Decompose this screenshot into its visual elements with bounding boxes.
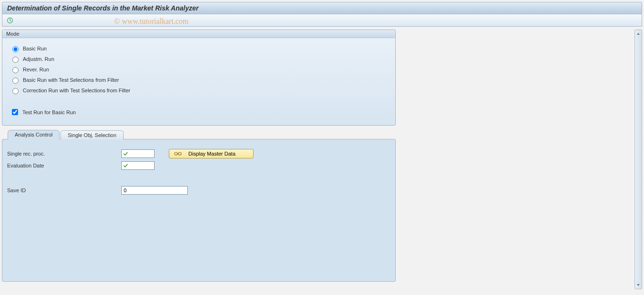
input-single-rec-proc[interactable] xyxy=(121,149,155,158)
radio-row-rever-run: Rever. Run xyxy=(10,66,388,73)
input-evaluation-date[interactable] xyxy=(121,161,155,170)
title-bar: Determination of Single Records in the M… xyxy=(2,2,642,14)
execute-icon[interactable] xyxy=(6,17,14,24)
vertical-scrollbar[interactable] xyxy=(634,30,642,289)
radio-rever-run[interactable] xyxy=(12,67,19,73)
label-save-id: Save ID xyxy=(7,187,121,193)
radio-basic-run[interactable] xyxy=(12,46,19,52)
radio-basic-filter[interactable] xyxy=(12,78,19,84)
mode-group-body: Basic Run Adjustm. Run Rever. Run Basic … xyxy=(2,38,395,125)
radio-label: Correction Run with Test Selections from… xyxy=(23,88,130,93)
radio-row-correction-filter: Correction Run with Test Selections from… xyxy=(10,87,388,94)
app-toolbar xyxy=(2,14,642,27)
checkmark-icon xyxy=(123,151,128,156)
svg-point-2 xyxy=(178,152,181,155)
radio-row-basic-run: Basic Run xyxy=(10,45,388,52)
tab-strip: Analysis Control Single Obj. Selection xyxy=(8,129,396,139)
radio-row-adjustm-run: Adjustm. Run xyxy=(10,55,388,63)
input-save-id[interactable] xyxy=(121,186,188,195)
tab-container: Analysis Control Single Obj. Selection S… xyxy=(2,129,396,282)
checkbox-label: Test Run for Basic Run xyxy=(22,109,76,115)
page-title: Determination of Single Records in the M… xyxy=(7,4,637,12)
radio-label: Adjustm. Run xyxy=(23,56,54,62)
tab-analysis-control[interactable]: Analysis Control xyxy=(8,130,59,139)
form-row-evaluation-date: Evaluation Date xyxy=(7,161,390,170)
scroll-up-icon[interactable] xyxy=(635,31,641,37)
radio-label: Basic Run with Test Selections from Filt… xyxy=(23,77,119,83)
content-area: Mode Basic Run Adjustm. Run Rever. Run B… xyxy=(2,30,642,290)
mode-group-title: Mode xyxy=(2,30,395,38)
display-master-data-button[interactable]: Display Master Data xyxy=(169,149,254,158)
radio-label: Rever. Run xyxy=(23,67,49,72)
scroll-down-icon[interactable] xyxy=(635,282,641,288)
mode-groupbox: Mode Basic Run Adjustm. Run Rever. Run B… xyxy=(2,30,396,126)
label-single-rec-proc: Single rec. proc. xyxy=(7,151,121,157)
checkbox-test-run[interactable] xyxy=(12,109,18,115)
tab-single-obj-selection[interactable]: Single Obj. Selection xyxy=(60,130,123,139)
radio-label: Basic Run xyxy=(23,46,47,51)
form-row-save-id: Save ID xyxy=(7,186,390,195)
check-row-test-run: Test Run for Basic Run xyxy=(10,108,388,117)
label-evaluation-date: Evaluation Date xyxy=(7,163,121,168)
radio-row-basic-filter: Basic Run with Test Selections from Filt… xyxy=(10,76,388,84)
checkmark-icon xyxy=(123,163,128,168)
svg-point-1 xyxy=(175,152,177,155)
display-master-label: Display Master Data xyxy=(188,151,235,157)
form-row-single-rec: Single rec. proc. Display Master Data xyxy=(7,149,390,158)
tab-panel-analysis-control: Single rec. proc. Display Master Data xyxy=(2,139,396,282)
radio-correction-filter[interactable] xyxy=(12,88,19,94)
radio-adjustm-run[interactable] xyxy=(12,57,19,63)
glasses-icon xyxy=(174,151,182,156)
